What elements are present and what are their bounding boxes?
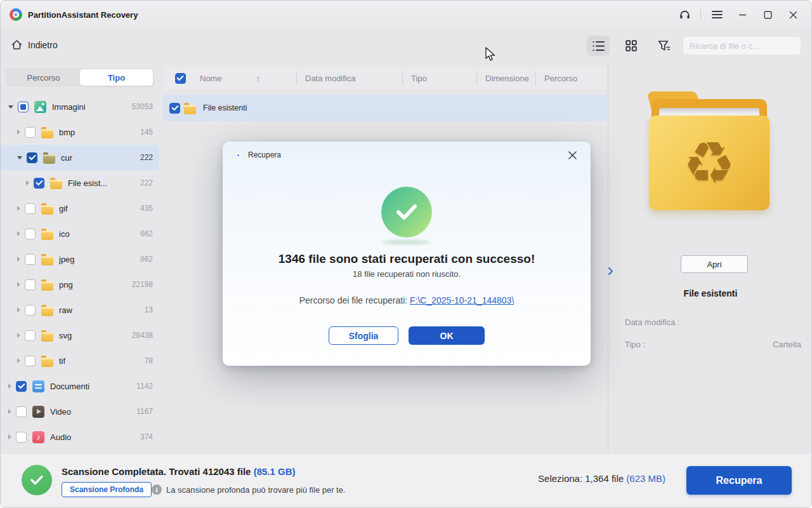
column-header-tipo[interactable]: Tipo (402, 67, 476, 90)
app-logo-icon (10, 8, 22, 21)
preview-type-row: Tipo :Cartella (625, 340, 801, 349)
checkbox-checked[interactable] (16, 381, 27, 392)
images-icon (34, 101, 46, 113)
list-view-button[interactable] (587, 36, 610, 56)
deep-scan-button[interactable]: Scansione Profonda (62, 482, 152, 497)
support-headset-icon[interactable] (674, 5, 695, 24)
success-check-icon (381, 187, 432, 237)
checkbox-empty[interactable] (25, 356, 36, 366)
checkbox-empty[interactable] (25, 254, 36, 265)
tree-item-file-esistenti[interactable]: File esist... 222 (1, 170, 159, 196)
filter-button[interactable] (653, 36, 676, 56)
caret-right-icon[interactable] (17, 333, 20, 338)
video-icon (32, 406, 44, 418)
checkbox-empty[interactable] (25, 203, 36, 214)
checkbox-partial[interactable] (18, 102, 29, 112)
caret-down-icon[interactable] (8, 105, 13, 109)
dialog-title: Recupera (248, 150, 281, 159)
tree-item-ico[interactable]: ico 662 (1, 221, 159, 246)
tree-item-jpeg[interactable]: jpeg 862 (1, 246, 159, 272)
sort-asc-icon[interactable]: ↑ (256, 74, 261, 83)
checkbox-empty[interactable] (25, 330, 36, 341)
folder-icon (41, 281, 53, 291)
checkbox-empty[interactable] (25, 229, 36, 239)
search-box[interactable] (683, 36, 801, 55)
tree-item-immagini[interactable]: Immagini 53053 (1, 94, 159, 119)
checkbox-checked[interactable] (34, 178, 44, 189)
tree-item-documenti[interactable]: Documenti 1142 (1, 373, 159, 399)
caret-down-icon[interactable] (17, 156, 22, 159)
checkbox-empty[interactable] (25, 279, 36, 290)
checkbox-empty[interactable] (16, 432, 27, 443)
search-input[interactable] (690, 41, 801, 51)
sidebar: Percorso Tipo Immagini 53053 bmp 145 (1, 61, 159, 453)
sidebar-tabs: Percorso Tipo (6, 68, 154, 87)
caret-right-icon[interactable] (8, 434, 11, 439)
recycle-icon: ♻ (683, 134, 735, 192)
column-header-percorso[interactable]: Percorso (535, 67, 606, 90)
scan-status-text: Scansione Completata. Trovati 412043 fil… (62, 466, 296, 477)
dialog-close-icon[interactable] (564, 147, 580, 163)
browse-button[interactable]: Sfoglia (329, 326, 398, 345)
back-button[interactable]: Indietro (11, 39, 58, 51)
file-list-header: Nome↑ Data modifica Tipo Dimensione Perc… (163, 67, 606, 90)
caret-right-icon[interactable] (17, 358, 20, 363)
tree-item-gif[interactable]: gif 435 (1, 196, 159, 221)
caret-right-icon[interactable] (17, 282, 20, 287)
tree-item-bmp[interactable]: bmp 145 (1, 119, 159, 145)
tree-item-svg[interactable]: svg 28438 (1, 323, 159, 348)
row-checkbox[interactable] (169, 103, 180, 114)
select-all-checkbox[interactable] (175, 73, 186, 84)
tree-item-cur[interactable]: cur 222 (1, 145, 159, 170)
folder-icon (41, 231, 53, 240)
minimize-button[interactable] (731, 5, 753, 24)
caret-right-icon[interactable] (26, 180, 29, 185)
caret-right-icon[interactable] (17, 206, 20, 211)
dialog-header: Recupera (223, 142, 591, 168)
selection-summary: Seleziona: 1,364 file (623 MB) (538, 473, 665, 484)
folder-icon (41, 129, 53, 138)
grid-view-button[interactable] (620, 36, 643, 56)
caret-right-icon[interactable] (17, 307, 20, 312)
close-button[interactable] (782, 5, 804, 24)
menu-hamburger-icon[interactable] (706, 5, 728, 24)
dialog-headline: 1346 file sono stati recuperati con succ… (223, 252, 591, 266)
titlebar-separator (700, 10, 701, 20)
tree-item-video[interactable]: Video 1167 (1, 399, 159, 424)
tab-percorso[interactable]: Percorso (7, 69, 80, 86)
tree-item-raw[interactable]: raw 13 (1, 297, 159, 323)
dialog-subline: 18 file recuperati non riuscito. (223, 269, 591, 279)
open-button[interactable]: Apri (681, 255, 748, 273)
checkbox-empty[interactable] (25, 127, 36, 138)
column-header-nome[interactable]: Nome↑ (191, 67, 296, 90)
tab-tipo[interactable]: Tipo (80, 69, 153, 86)
app-title: PartitionAssistant Recovery (28, 10, 138, 20)
caret-right-icon[interactable] (17, 257, 20, 262)
tree-item-audio[interactable]: Audio 374 (1, 424, 159, 450)
tree-item-tif[interactable]: tif 78 (1, 348, 159, 373)
recovered-path-link[interactable]: F:\C_2025-10-21_144803\ (410, 295, 514, 305)
column-header-dimensione[interactable]: Dimensione (476, 67, 535, 90)
folder-icon (41, 358, 53, 367)
caret-right-icon[interactable] (17, 130, 20, 135)
preview-date-row: Data modifica : (625, 318, 801, 327)
table-row-file-esistenti[interactable]: File esistenti (163, 95, 606, 121)
toolbar: Indietro (1, 29, 812, 61)
caret-right-icon[interactable] (8, 409, 11, 414)
checkbox-empty[interactable] (16, 406, 27, 417)
checkbox-empty[interactable] (25, 305, 36, 316)
caret-right-icon[interactable] (8, 384, 11, 389)
titlebar: PartitionAssistant Recovery (1, 1, 812, 29)
statusbar: Scansione Completata. Trovati 412043 fil… (1, 453, 812, 508)
tree-item-png[interactable]: png 22198 (1, 272, 159, 297)
checkbox-checked[interactable] (27, 152, 37, 163)
documents-icon (32, 380, 44, 392)
column-header-data-modifica[interactable]: Data modifica (296, 67, 402, 90)
ok-button[interactable]: OK (409, 326, 485, 345)
audio-icon (32, 431, 44, 443)
caret-right-icon[interactable] (17, 231, 20, 236)
recover-button[interactable]: Recupera (686, 466, 792, 495)
maximize-button[interactable] (757, 5, 778, 24)
collapse-panel-chevron-icon[interactable] (606, 264, 615, 278)
mouse-cursor (485, 47, 497, 64)
